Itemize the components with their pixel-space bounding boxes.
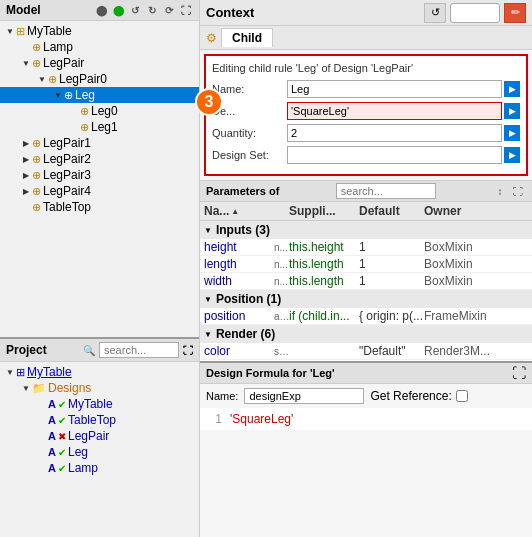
formula-expand-icon[interactable]: ⛶ — [512, 365, 526, 381]
th-name-arrow: ▲ — [231, 207, 239, 216]
formula-get-ref-checkbox[interactable] — [456, 390, 468, 402]
params-expand-icon[interactable]: ⛶ — [510, 183, 526, 199]
proj-tabletop-a-label: TableTop — [68, 413, 116, 427]
legpair0-label: LegPair0 — [59, 72, 107, 86]
proj-leg-a-icon: A — [48, 446, 56, 458]
param-suppli-length: this.length — [289, 257, 359, 271]
th-suppli[interactable]: Suppli... — [289, 204, 359, 218]
proj-tree-lamp-a[interactable]: ▶ A ✔ Lamp — [0, 460, 199, 476]
formula-name-input[interactable] — [244, 388, 364, 404]
proj-tree-mytable-a[interactable]: ▶ A ✔ MyTable — [0, 396, 199, 412]
param-row-width[interactable]: width n... this.length 1 BoxMixin — [200, 273, 532, 290]
tree-item-legpair0[interactable]: ▼ ⊕ LegPair0 — [0, 71, 199, 87]
proj-expand-mytable[interactable]: ▼ — [4, 366, 16, 378]
param-suppli-height: this.height — [289, 240, 359, 254]
formula-header: Design Formula for 'Leg' ⛶ — [200, 363, 532, 384]
param-row-position[interactable]: position any if (child.in... { origin: p… — [200, 308, 532, 325]
form-icon-design[interactable]: ▶ — [504, 103, 520, 119]
param-dot-height: n... — [274, 242, 289, 253]
param-suppli-width: this.length — [289, 274, 359, 288]
param-row-height[interactable]: height n... this.height 1 BoxMixin — [200, 239, 532, 256]
topbar-icons: ↺ ✏ — [424, 3, 526, 23]
expand-legpair2[interactable]: ▶ — [20, 153, 32, 165]
model-title: Model — [6, 3, 41, 17]
param-dot-color: st... — [274, 346, 289, 357]
th-name[interactable]: Na... ▲ — [204, 204, 274, 218]
proj-tree-mytable[interactable]: ▼ ⊞ MyTable — [0, 364, 199, 380]
proj-tree-tabletop-a[interactable]: ▶ A ✔ TableTop — [0, 412, 199, 428]
model-icon-5[interactable]: ⟳ — [162, 3, 176, 17]
param-dot-position: any — [274, 311, 289, 322]
project-panel-header: Project 🔍 ⛶ — [0, 339, 199, 362]
tree-item-mytable[interactable]: ▼ ⊞ MyTable — [0, 23, 199, 39]
expand-legpair3[interactable]: ▶ — [20, 169, 32, 181]
param-suppli-position: if (child.in... — [289, 309, 359, 323]
expand-mytable[interactable]: ▼ — [4, 25, 16, 37]
tree-item-tabletop[interactable]: ▶ ⊕ TableTop — [0, 199, 199, 215]
param-row-length[interactable]: length n... this.length 1 BoxMixin — [200, 256, 532, 273]
model-icon-3[interactable]: ↺ — [128, 3, 142, 17]
context-topbar: Context ↺ ✏ — [200, 0, 532, 26]
form-input-name[interactable] — [287, 80, 502, 98]
group-inputs[interactable]: ▼ Inputs (3) — [200, 221, 532, 239]
model-icon-2[interactable]: ⬤ — [111, 3, 125, 17]
group-inputs-label: Inputs (3) — [216, 223, 270, 237]
group-position-arrow: ▼ — [204, 295, 212, 304]
proj-expand-designs[interactable]: ▼ — [20, 382, 32, 394]
th-default[interactable]: Default — [359, 204, 424, 218]
project-filter-icon[interactable]: 🔍 — [83, 345, 95, 356]
form-row-name: Name: ▶ — [212, 80, 520, 98]
th-owner[interactable]: Owner — [424, 204, 528, 218]
form-input-design[interactable] — [287, 102, 502, 120]
formula-code-1: 'SquareLeg' — [230, 412, 293, 426]
group-position[interactable]: ▼ Position (1) — [200, 290, 532, 308]
tree-item-legpair1[interactable]: ▶ ⊕ LegPair1 — [0, 135, 199, 151]
param-row-color[interactable]: color st... "Default" Render3M... — [200, 343, 532, 360]
tree-item-leg0[interactable]: ▶ ⊕ Leg0 — [0, 103, 199, 119]
context-tab-bar: ⚙ Child — [200, 26, 532, 50]
project-expand-icon[interactable]: ⛶ — [183, 345, 193, 356]
mytable-label: MyTable — [27, 24, 72, 38]
param-name-color: color — [204, 344, 274, 358]
proj-tree-designs[interactable]: ▼ 📁 Designs — [0, 380, 199, 396]
form-row-design: De... ▶ — [212, 102, 520, 120]
legpair1-label: LegPair1 — [43, 136, 91, 150]
tree-item-legpair3[interactable]: ▶ ⊕ LegPair3 — [0, 167, 199, 183]
topbar-search[interactable] — [450, 3, 500, 23]
expand-leg[interactable]: ▼ — [52, 89, 64, 101]
legpair0-icon: ⊕ — [48, 73, 57, 86]
tree-item-legpair4[interactable]: ▶ ⊕ LegPair4 — [0, 183, 199, 199]
form-icon-designset[interactable]: ▶ — [504, 147, 520, 163]
form-input-quantity[interactable] — [287, 124, 502, 142]
form-input-designset[interactable] — [287, 146, 502, 164]
form-icon-quantity[interactable]: ▶ — [504, 125, 520, 141]
tree-item-legpair2[interactable]: ▶ ⊕ LegPair2 — [0, 151, 199, 167]
model-icon-1[interactable]: ⬤ — [94, 3, 108, 17]
params-sort-icon[interactable]: ↕ — [492, 183, 508, 199]
tree-item-lamp[interactable]: ▶ ⊕ Lamp — [0, 39, 199, 55]
child-tab-icon: ⚙ — [206, 31, 217, 45]
expand-legpair4[interactable]: ▶ — [20, 185, 32, 197]
param-owner-color: Render3M... — [424, 344, 528, 358]
topbar-edit[interactable]: ✏ — [504, 3, 526, 23]
proj-tree-legpair-a[interactable]: ▶ A ✖ LegPair — [0, 428, 199, 444]
project-panel: Project 🔍 ⛶ ▼ ⊞ MyTable ▼ 📁 Designs ▶ — [0, 337, 199, 537]
tree-item-legpair[interactable]: ▼ ⊕ LegPair — [0, 55, 199, 71]
form-icon-name[interactable]: ▶ — [504, 81, 520, 97]
topbar-undo[interactable]: ↺ — [424, 3, 446, 23]
project-title: Project — [6, 343, 47, 357]
expand-legpair1[interactable]: ▶ — [20, 137, 32, 149]
model-icon-4[interactable]: ↻ — [145, 3, 159, 17]
project-search-input[interactable] — [99, 342, 179, 358]
tab-child[interactable]: Child — [221, 28, 273, 47]
group-render[interactable]: ▼ Render (6) — [200, 325, 532, 343]
expand-legpair0[interactable]: ▼ — [36, 73, 48, 85]
model-icon-6[interactable]: ⛶ — [179, 3, 193, 17]
proj-mytable-label: MyTable — [27, 365, 72, 379]
model-panel-header: Model ⬤ ⬤ ↺ ↻ ⟳ ⛶ — [0, 0, 199, 21]
expand-legpair[interactable]: ▼ — [20, 57, 32, 69]
tree-item-leg[interactable]: ▼ ⊕ Leg — [0, 87, 199, 103]
params-search-input[interactable] — [336, 183, 436, 199]
tree-item-leg1[interactable]: ▶ ⊕ Leg1 — [0, 119, 199, 135]
proj-tree-leg-a[interactable]: ▶ A ✔ Leg — [0, 444, 199, 460]
